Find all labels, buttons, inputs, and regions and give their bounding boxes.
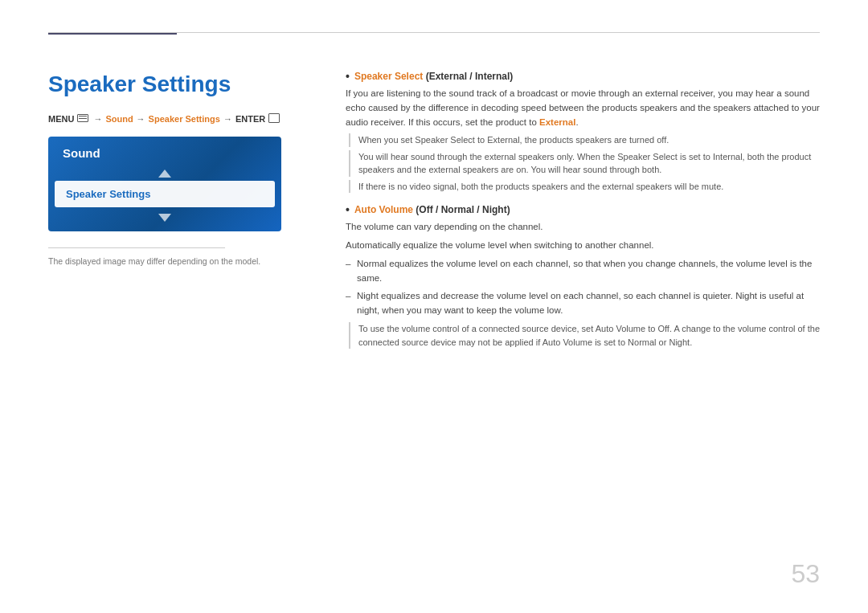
auto-volume-title: • Auto Volume (Off / Normal / Night) [346,204,820,215]
enter-icon [268,113,280,123]
chevron-down-icon [158,214,171,222]
speaker-note-1: When you set Speaker Select to External,… [349,133,820,147]
left-column: Speaker Settings MENU → Sound → Speaker … [48,71,338,360]
night-dash-item: Night equalizes and decrease the volume … [346,289,820,318]
enter-label: ENTER [235,114,265,124]
external-bold: External [539,117,575,127]
tv-menu-header: Sound [48,137,281,166]
speaker-note-3: If there is no video signal, both the pr… [349,180,820,194]
arrow3: → [223,114,232,124]
tv-menu-down [48,207,281,231]
auto-volume-note: To use the volume control of a connected… [349,322,820,349]
footnote-text: The displayed image may differ depending… [48,256,305,266]
speaker-select-title: • Speaker Select (External / Internal) [346,71,820,82]
speaker-select-intro: If you are listening to the sound track … [346,87,820,129]
menu-label: MENU [48,114,74,124]
arrow2: → [137,114,145,124]
speaker-settings-nav-label: Speaker Settings [149,114,220,124]
normal-dash-item: Normal equalizes the volume level on eac… [346,257,820,286]
auto-volume-label: Auto Volume (Off / Normal / Night) [354,204,510,215]
bullet-dot-1: • [346,71,350,82]
tv-menu-selected-item[interactable]: Speaker Settings [55,181,275,207]
speaker-select-section: • Speaker Select (External / Internal) I… [346,71,820,193]
right-column: • Speaker Select (External / Internal) I… [338,71,820,360]
auto-volume-sub: Automatically equalize the volume level … [346,239,820,253]
menu-path: MENU → Sound → Speaker Settings → ENTER [48,114,305,124]
bullet-dot-2: • [346,204,350,215]
divider-line [48,247,225,248]
auto-volume-section: • Auto Volume (Off / Normal / Night) The… [346,204,820,349]
top-line [48,32,820,33]
chevron-up-icon [158,170,171,178]
page-number: 53 [791,559,820,589]
menu-icon [77,114,88,122]
page-container: Speaker Settings MENU → Sound → Speaker … [0,0,868,613]
speaker-note-2: You will hear sound through the external… [349,150,820,177]
arrow1: → [93,114,102,124]
page-title: Speaker Settings [48,71,305,98]
tv-menu-panel: Sound Speaker Settings [48,137,281,231]
tv-menu-up [48,166,281,181]
auto-volume-intro: The volume can vary depending on the cha… [346,220,820,235]
speaker-select-label: Speaker Select (External / Internal) [354,71,513,82]
sound-nav-label: Sound [105,114,133,124]
